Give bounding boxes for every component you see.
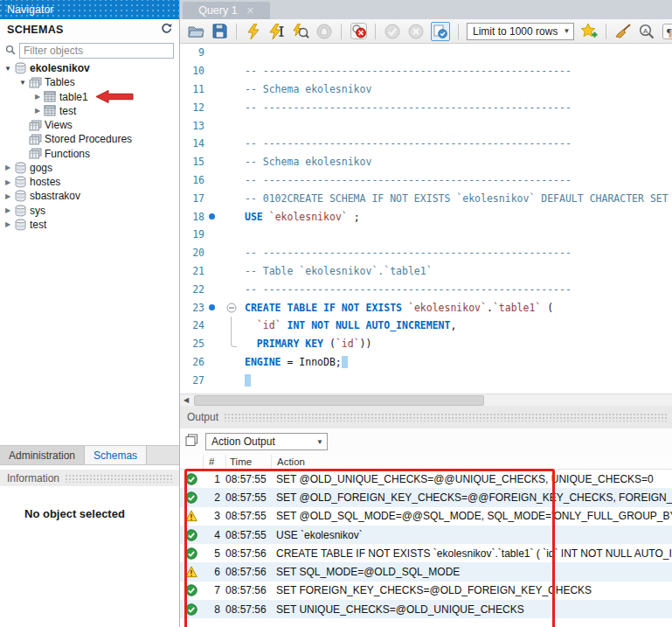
execute-current-icon[interactable] bbox=[268, 23, 286, 40]
expand-right-icon[interactable]: ▶ bbox=[33, 107, 42, 115]
line-number: 14 bbox=[180, 137, 204, 150]
limit-rows-select[interactable]: Limit to 1000 rows ▼ bbox=[467, 23, 574, 40]
line-number: 25 bbox=[180, 338, 204, 350]
tab-administration[interactable]: Administration bbox=[0, 446, 85, 464]
row-action-text: SET SQL_MODE=@OLD_SQL_MODE bbox=[274, 566, 672, 578]
code-line-12[interactable]: 12-- -----------------------------------… bbox=[180, 98, 672, 116]
rollback-icon[interactable] bbox=[407, 23, 425, 40]
code-line-21[interactable]: 21-- Table `ekolesnikov`.`table1` bbox=[180, 262, 672, 281]
fold-guide bbox=[218, 153, 245, 171]
scrollbar-thumb[interactable] bbox=[194, 395, 484, 406]
line-number: 9 bbox=[180, 46, 204, 59]
fold-guide bbox=[218, 317, 245, 335]
find-icon[interactable]: A bbox=[638, 23, 655, 40]
fold-guide bbox=[218, 207, 245, 226]
save-snippet-icon[interactable] bbox=[580, 23, 598, 40]
code-line-16[interactable]: 16-- -----------------------------------… bbox=[180, 171, 672, 190]
save-icon[interactable] bbox=[211, 23, 228, 40]
tree-item-gogs[interactable]: ▶gogs bbox=[0, 161, 179, 175]
tab-schemas[interactable]: Schemas bbox=[85, 446, 147, 464]
expand-down-icon[interactable]: ▼ bbox=[3, 65, 12, 73]
toggle-stop-on-error-icon[interactable] bbox=[350, 23, 367, 40]
row-index: 3 bbox=[203, 510, 225, 522]
editor-horizontal-scrollbar[interactable]: ◀ bbox=[180, 394, 672, 406]
code-line-9[interactable]: 9 bbox=[180, 44, 672, 62]
row-action-text: SET FOREIGN_KEY_CHECKS=@OLD_FOREIGN_KEY_… bbox=[274, 584, 672, 596]
tree-item-table1[interactable]: ▶table1 bbox=[0, 90, 179, 104]
fold-guide bbox=[218, 226, 245, 244]
tree-item-test[interactable]: ▶test bbox=[0, 104, 179, 118]
filter-objects-input[interactable] bbox=[19, 43, 174, 59]
code-line-23[interactable]: 23CREATE TABLE IF NOT EXISTS `ekolesniko… bbox=[180, 298, 672, 317]
tree-item-functions[interactable]: Functions bbox=[0, 147, 179, 161]
expand-right-icon[interactable]: ▶ bbox=[33, 93, 42, 101]
fold-guide bbox=[218, 135, 245, 153]
output-row-5[interactable]: 508:57:56CREATE TABLE IF NOT EXISTS `eko… bbox=[180, 544, 672, 562]
tree-item-stored-procedures[interactable]: Stored Procedures bbox=[0, 132, 179, 146]
code-text: -- Table `ekolesnikov`.`table1` bbox=[245, 265, 672, 277]
beautify-icon[interactable] bbox=[614, 23, 632, 40]
open-file-icon[interactable] bbox=[187, 23, 204, 40]
output-panel-header: Output bbox=[180, 406, 672, 428]
scroll-left-icon[interactable]: ◀ bbox=[180, 396, 192, 404]
expand-right-icon[interactable]: ▶ bbox=[3, 178, 12, 186]
tree-item-hostes[interactable]: ▶hostes bbox=[0, 175, 179, 189]
output-row-4[interactable]: 408:57:55USE `ekolesnikov` bbox=[180, 526, 672, 544]
filter-row bbox=[0, 41, 179, 60]
output-row-8[interactable]: 808:57:56SET UNIQUE_CHECKS=@OLD_UNIQUE_C… bbox=[180, 600, 672, 618]
expand-right-icon[interactable]: ▶ bbox=[3, 220, 12, 228]
tree-item-sbastrakov[interactable]: ▶sbastrakov bbox=[0, 189, 179, 203]
tab-query-1[interactable]: Query 1 ✕ bbox=[183, 2, 270, 19]
code-line-11[interactable]: 11-- Schema ekolesnikov bbox=[180, 80, 672, 99]
output-label: Output bbox=[187, 411, 218, 423]
expand-right-icon[interactable]: ▶ bbox=[3, 164, 12, 171]
code-line-17[interactable]: 17-- 0102CREATE SCHEMA IF NOT EXISTS `ek… bbox=[180, 189, 672, 207]
code-line-18[interactable]: 18USE `ekolesnikov` ; bbox=[180, 207, 672, 226]
stop-icon[interactable] bbox=[315, 23, 333, 40]
header-texture bbox=[224, 413, 667, 421]
sql-code-editor[interactable]: 910-- ----------------------------------… bbox=[180, 44, 672, 394]
fold-collapse-icon[interactable] bbox=[218, 298, 245, 317]
code-line-10[interactable]: 10-- -----------------------------------… bbox=[180, 62, 672, 80]
expand-down-icon[interactable]: ▼ bbox=[18, 79, 27, 87]
code-line-13[interactable]: 13 bbox=[180, 116, 672, 135]
code-line-26[interactable]: 26ENGINE = InnoDB; bbox=[180, 353, 672, 372]
tree-item-test[interactable]: ▶test bbox=[0, 218, 179, 232]
output-row-2[interactable]: 208:57:55SET @OLD_FOREIGN_KEY_CHECKS=@@F… bbox=[180, 488, 672, 506]
folder-icon bbox=[27, 148, 43, 159]
toggle-autocommit-icon[interactable] bbox=[431, 22, 450, 41]
explain-icon[interactable] bbox=[292, 23, 309, 40]
code-line-25[interactable]: 25 PRIMARY KEY (`id`)) bbox=[180, 335, 672, 353]
code-line-24[interactable]: 24 `id` INT NOT NULL AUTO_INCREMENT, bbox=[180, 317, 672, 335]
tree-item-views[interactable]: Views bbox=[0, 118, 179, 132]
row-time: 08:57:55 bbox=[225, 473, 274, 485]
code-text: ENGINE = InnoDB; bbox=[245, 356, 672, 368]
output-column-headers: # Time Action bbox=[180, 455, 672, 470]
line-number: 19 bbox=[180, 228, 204, 240]
fold-guide bbox=[218, 244, 245, 262]
tree-item-tables[interactable]: ▼Tables bbox=[0, 75, 179, 89]
commit-icon[interactable] bbox=[384, 23, 401, 40]
code-line-27[interactable]: 27 bbox=[180, 371, 672, 389]
schema-tree: ▼ekolesnikov▼Tables▶table1▶testViewsStor… bbox=[0, 61, 179, 232]
expand-right-icon[interactable]: ▶ bbox=[3, 206, 12, 214]
execute-icon[interactable] bbox=[245, 23, 262, 40]
code-line-14[interactable]: 14-- -----------------------------------… bbox=[180, 135, 672, 153]
close-tab-icon[interactable]: ✕ bbox=[246, 5, 254, 17]
output-row-7[interactable]: 708:57:56SET FOREIGN_KEY_CHECKS=@OLD_FOR… bbox=[180, 582, 672, 600]
code-line-15[interactable]: 15-- Schema ekolesnikov bbox=[180, 153, 672, 171]
header-texture bbox=[65, 474, 174, 483]
tree-item-ekolesnikov[interactable]: ▼ekolesnikov bbox=[0, 61, 179, 75]
refresh-schemas-icon[interactable] bbox=[161, 23, 172, 37]
output-row-6[interactable]: 608:57:56SET SQL_MODE=@OLD_SQL_MODE bbox=[180, 562, 672, 581]
code-line-19[interactable]: 19 bbox=[180, 226, 672, 244]
show-invisibles-icon[interactable]: ¶ bbox=[662, 23, 672, 40]
tree-item-sys[interactable]: ▶sys bbox=[0, 204, 179, 218]
output-row-3[interactable]: 308:57:55SET @OLD_SQL_MODE=@@SQL_MODE, S… bbox=[180, 507, 672, 526]
code-line-20[interactable]: 20-- -----------------------------------… bbox=[180, 244, 672, 262]
search-icon bbox=[5, 45, 16, 58]
output-row-1[interactable]: 108:57:55SET @OLD_UNIQUE_CHECKS=@@UNIQUE… bbox=[180, 470, 672, 488]
code-line-22[interactable]: 22-- -----------------------------------… bbox=[180, 280, 672, 298]
expand-right-icon[interactable]: ▶ bbox=[3, 192, 12, 200]
output-view-select[interactable]: Action Output ▼ bbox=[205, 433, 328, 450]
